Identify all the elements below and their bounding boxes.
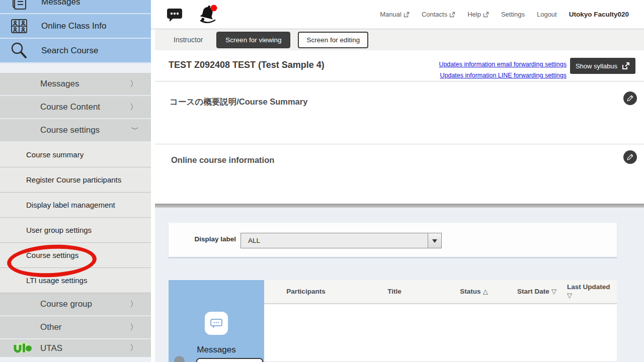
external-link-icon: [449, 12, 455, 18]
dropdown-arrow-icon: [428, 233, 441, 248]
display-label-selected-value: ALL: [241, 237, 428, 244]
document-icon: [10, 0, 28, 11]
partial-avatar-circle: [174, 356, 185, 362]
sidebar-group-utas[interactable]: UTAS 〉: [0, 339, 151, 357]
sidebar-item-course-settings[interactable]: Course settings: [0, 243, 151, 268]
chevron-right-icon: 〉: [130, 343, 138, 353]
course-summary-section: コースの概要説明/Course Summary: [155, 81, 644, 144]
search-icon: [10, 42, 28, 60]
messages-tab-label: Messages: [169, 345, 264, 355]
nav-contacts-link[interactable]: Contacts: [422, 11, 455, 18]
chevron-down-icon: 〉: [129, 126, 139, 134]
sidebar-item-user-group-settings[interactable]: User group settings: [0, 218, 151, 243]
sidebar-group-messages[interactable]: Messages 〉: [0, 73, 151, 96]
column-header-title[interactable]: Title: [350, 288, 441, 296]
sidebar-item-online-class-info[interactable]: Online Class Info: [0, 14, 151, 39]
sidebar-item-search-course[interactable]: Search Course: [0, 39, 151, 63]
sort-descending-icon[interactable]: ▽: [567, 292, 617, 300]
online-course-info-section: Online course information: [155, 144, 644, 204]
external-link-icon: [404, 12, 410, 18]
sidebar-item-display-label-management[interactable]: Display label management: [0, 193, 151, 218]
class-grid-icon: [10, 17, 28, 35]
display-label-select[interactable]: ALL: [240, 233, 442, 248]
line-forwarding-settings-link[interactable]: Updates information LINE forwarding sett…: [440, 72, 567, 79]
role-label: Instructor: [174, 36, 203, 44]
sidebar-item-register-course-participants[interactable]: Register Course participants: [0, 167, 151, 193]
partial-button: [196, 358, 263, 362]
sidebar: Messages Online Class Info: [0, 0, 151, 362]
sidebar-group-course-content[interactable]: Course Content 〉: [0, 96, 151, 119]
sidebar-group-course-group[interactable]: Course group 〉: [0, 293, 151, 316]
nav-settings-link[interactable]: Settings: [501, 11, 525, 18]
sort-ascending-icon[interactable]: △: [483, 288, 488, 295]
email-forwarding-settings-link[interactable]: Updates information email forwarding set…: [439, 61, 567, 68]
online-course-info-title: Online course information: [171, 155, 274, 165]
chevron-right-icon: 〉: [130, 322, 138, 333]
utas-logo-icon: [13, 342, 32, 355]
sidebar-item-label: Online Class Info: [41, 21, 106, 31]
messages-tab-panel[interactable]: Messages: [169, 280, 264, 362]
sidebar-group-other[interactable]: Other 〉: [0, 316, 151, 339]
nav-logout-link[interactable]: Logout: [537, 11, 557, 18]
messages-chat-icon: [205, 312, 228, 335]
sidebar-item-lti-usage-settings[interactable]: LTI usage settings: [0, 268, 151, 293]
tab-screen-for-editing[interactable]: Screen for editing: [298, 32, 368, 48]
table-body-empty: [264, 304, 617, 361]
display-label-filter-panel: Display label ALL: [169, 223, 617, 258]
column-header-status[interactable]: Status△: [441, 288, 507, 296]
messages-bubble-icon[interactable]: [166, 0, 183, 29]
sidebar-item-messages-top[interactable]: Messages: [0, 0, 151, 14]
header-nav: Manual Contacts Help Settings: [380, 0, 629, 29]
sidebar-divider: [0, 63, 151, 73]
layout-gap: [151, 29, 155, 362]
tab-screen-for-viewing[interactable]: Screen for viewing: [216, 32, 290, 48]
course-title: TEST Z092408 TEST (Test Sample 4): [169, 60, 325, 70]
page: Messages Online Class Info: [0, 0, 644, 362]
display-label-label: Display label: [169, 235, 236, 243]
show-syllabus-button[interactable]: Show syllabus: [570, 58, 635, 74]
sidebar-item-course-summary[interactable]: Course summary: [0, 142, 151, 167]
sidebar-item-label: Messages: [41, 0, 80, 7]
edit-course-summary-button[interactable]: [623, 92, 637, 105]
section-divider: [155, 204, 644, 208]
sort-descending-icon[interactable]: ▽: [551, 288, 556, 295]
pencil-icon: [626, 95, 634, 102]
pencil-icon: [626, 153, 634, 161]
sidebar-item-label: Search Course: [41, 46, 98, 56]
course-summary-title: コースの概要説明/Course Summary: [170, 97, 307, 108]
external-link-icon: [622, 62, 630, 70]
nav-manual-link[interactable]: Manual: [380, 11, 410, 18]
course-header: TEST Z092408 TEST (Test Sample 4) Update…: [155, 50, 644, 81]
user-name: Utokyo Faculty020: [569, 11, 629, 18]
column-header-last-updated[interactable]: Last Updated▽: [567, 283, 617, 300]
chevron-right-icon: 〉: [130, 299, 138, 310]
external-link-icon: [483, 12, 489, 18]
messages-table: Participants Title Status△ Start Date▽ L…: [264, 280, 617, 362]
view-tabbar: Instructor Screen for viewing Screen for…: [155, 29, 644, 50]
edit-online-course-info-button[interactable]: [623, 150, 637, 164]
sidebar-group-course-settings[interactable]: Course settings 〉: [0, 119, 151, 142]
table-header-row: Participants Title Status△ Start Date▽ L…: [264, 280, 617, 304]
column-header-participants[interactable]: Participants: [264, 288, 350, 296]
top-header: Manual Contacts Help Settings: [151, 0, 644, 29]
nav-help-link[interactable]: Help: [467, 11, 489, 18]
chevron-right-icon: 〉: [130, 79, 138, 89]
column-header-start-date[interactable]: Start Date▽: [507, 288, 567, 296]
lower-content: Display label ALL Messages: [155, 208, 644, 362]
notifications-bell-icon[interactable]: [197, 0, 218, 29]
chevron-right-icon: 〉: [130, 102, 138, 113]
